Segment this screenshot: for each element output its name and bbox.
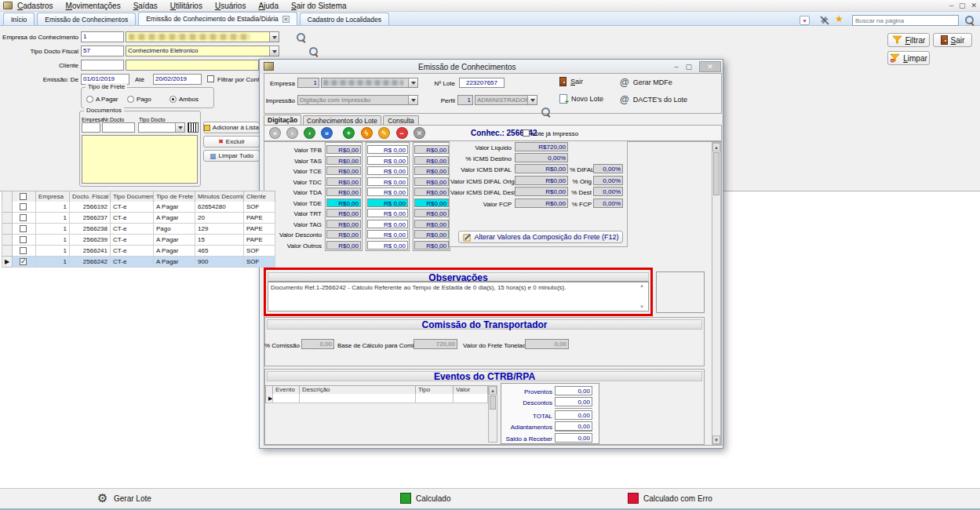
cell-tipo-documento[interactable]: CT-e [111,246,154,257]
cell-tipo-de-frete[interactable]: A Pagar [154,246,195,257]
row-checkbox-cell[interactable] [13,224,36,235]
modal-maximize-icon[interactable]: ▢ [685,63,692,71]
cell-docto-fiscal[interactable]: 2566239 [70,235,111,246]
limpar-tudo-button[interactable]: ▦ Limpar Tudo [203,150,260,162]
valor-field-valor-tce-2[interactable]: R$ 0,00 [367,166,408,175]
valor-field-valor-outros-2[interactable]: R$ 0,00 [367,241,408,250]
valor-field-valor-tas-2[interactable]: R$ 0,00 [367,156,408,165]
header-checkbox-cell[interactable] [13,191,36,202]
valor-field-valor-tag-1[interactable]: R$0,00 [326,220,361,228]
menu-item-movimentac-o-es[interactable]: Movimentações [66,2,121,10]
tipo-docto-code[interactable]: 57 [81,46,124,56]
perfil-lookup-icon[interactable] [541,107,551,117]
cell-tipo-documento[interactable]: CT-e [111,213,154,224]
row-checkbox[interactable] [20,203,27,210]
chevron-down-icon[interactable] [527,96,537,104]
valor-field-valor-tas-1[interactable]: R$0,00 [326,156,361,165]
obs-scroll-down-icon[interactable]: ▼ [639,304,644,309]
eventos-empty-cell[interactable] [454,394,488,403]
page-search-input[interactable] [852,15,959,26]
eventos-empty-cell[interactable] [273,394,300,403]
dactes-lote-button[interactable]: @ DACTE's do Lote [620,94,687,105]
cell-docto-fiscal[interactable]: 2566192 [70,202,111,213]
cell-minutos-decorridos[interactable]: 900 [195,257,244,268]
valor-field-valor-tda-2[interactable]: R$ 0,00 [367,188,408,196]
valor-field-valor-outros-1[interactable]: R$0,00 [326,241,361,250]
doc-empresa-input[interactable] [82,122,100,133]
search-icon[interactable] [964,15,975,25]
valor-field-valor-tdc-2[interactable]: R$ 0,00 [367,177,408,186]
cell-docto-fiscal[interactable]: 2566238 [70,224,111,235]
valor-field-valor-tde-2[interactable]: R$ 0,00 [367,199,408,207]
cell-docto-fiscal[interactable]: 2566237 [70,213,111,224]
table-row[interactable]: ▶12566242CT-eA Pagar900SOF [2,257,275,268]
pin-disabled-icon[interactable] [819,15,830,26]
menu-item-sair-do-sistema[interactable]: Sair do Sistema [291,2,347,10]
valor-field-valor-desconto-2[interactable]: R$ 0,00 [367,230,408,239]
cell-cliente[interactable]: SOF [244,202,275,213]
radio-ambos[interactable] [169,96,177,103]
nav-prior-icon[interactable]: ‹ [286,127,298,139]
radio-a-pagar[interactable] [86,96,93,103]
favorite-icon[interactable]: ♥ [800,16,810,25]
modal-perfil-combo[interactable]: ADMINISTRADOR [475,95,537,105]
sair-button[interactable]: Sair [933,33,972,47]
doc-nrdocto-input[interactable] [102,122,135,133]
valor-field-valor-tfb-2[interactable]: R$ 0,00 [367,145,408,154]
cell-minutos-decorridos[interactable]: 129 [195,224,244,235]
row-checkbox[interactable] [20,225,27,232]
star-icon[interactable]: ★ [835,13,843,24]
menu-item-cadastros[interactable]: Cadastros [17,2,53,10]
header-cell-minutos-decorridos[interactable]: Minutos Decorridos [195,191,244,202]
cell-minutos-decorridos[interactable]: 62654280 [195,202,244,213]
gerar-mdfe-button[interactable]: @ Gerar MDFe [620,77,672,88]
valor-field-valor-tdc-3[interactable]: R$0,00 [414,177,449,186]
cell-tipo-de-frete[interactable]: Pago [154,224,195,235]
alterar-valores-button[interactable]: Alterar Valores da Composição do Frete (… [458,231,623,243]
cliente-name-input[interactable] [126,60,259,71]
scroll-up-icon[interactable]: ▲ [489,386,497,395]
tipo-docto-lookup-icon[interactable] [308,46,319,56]
cell-minutos-decorridos[interactable]: 465 [195,246,244,257]
cell-cliente[interactable]: SOF [244,257,275,268]
cell-empresa[interactable]: 1 [36,246,70,257]
cell-tipo-de-frete[interactable]: A Pagar [154,257,195,268]
menu-item-ajuda[interactable]: Ajuda [258,2,279,10]
tab-ini-cio[interactable]: Início [3,13,35,25]
tab-emissa-o-de-conhecimentos[interactable]: Emissão de Conhecimentos [37,13,136,25]
cell-tipo-documento[interactable]: CT-e [111,224,154,235]
insert-icon[interactable]: + [343,127,355,139]
scroll-up-icon[interactable]: ▲ [712,143,720,151]
valor-field-valor-tde-1[interactable]: R$0,00 [326,199,361,207]
observacoes-textarea[interactable]: Documento Ref.1-2566242 - Cálculo Refere… [268,282,649,311]
valor-field-valor-trt-3[interactable]: R$0,00 [414,209,449,217]
header-cell-empresa[interactable]: Empresa [36,191,70,202]
filtrar-button[interactable]: Filtrar [887,33,930,47]
valor-field-valor-desconto-3[interactable]: R$0,00 [414,230,449,239]
cell-tipo-de-frete[interactable]: A Pagar [154,235,195,246]
cell-tipo-documento[interactable]: CT-e [111,235,154,246]
table-row[interactable]: 12566239CT-eA Pagar15PAPE [2,235,275,246]
scrollbar-thumb[interactable] [713,152,720,195]
tab-emissa-o-de-conhecimento-de-estadia-dia-ria[interactable]: Emissão de Conhecimento de Estadia/Diári… [138,12,297,25]
barcode-icon[interactable] [188,122,199,133]
header-cell-tipo-documento[interactable]: Tipo Documento [111,191,154,202]
scroll-down-icon[interactable]: ▼ [712,435,720,444]
post-icon[interactable]: ϟ [361,127,373,139]
valor-field-valor-tce-1[interactable]: R$0,00 [326,166,361,175]
eventos-empty-row[interactable]: ▶ [265,394,488,403]
cell-tipo-de-frete[interactable]: A Pagar [154,202,195,213]
obs-scroll-up-icon[interactable]: ▲ [639,283,644,288]
cell-cliente[interactable]: SOF [244,246,275,257]
modal-sair-button[interactable]: Sair [559,77,583,86]
empresa-conhecimento-code[interactable]: 1 [81,31,124,42]
cell-empresa[interactable]: 1 [36,257,70,268]
valor-field-valor-tda-3[interactable]: R$0,00 [414,188,449,196]
excluir-button[interactable]: ✖ Excluir [203,136,260,148]
valor-field-valor-tfb-1[interactable]: R$0,00 [326,145,361,154]
chevron-down-icon[interactable] [269,32,279,42]
gear-icon[interactable]: ⚙ [97,491,107,505]
cell-cliente[interactable]: PAPE [244,235,275,246]
cell-cliente[interactable]: PAPE [244,224,275,235]
valor-field-valor-trt-1[interactable]: R$0,00 [326,209,361,217]
